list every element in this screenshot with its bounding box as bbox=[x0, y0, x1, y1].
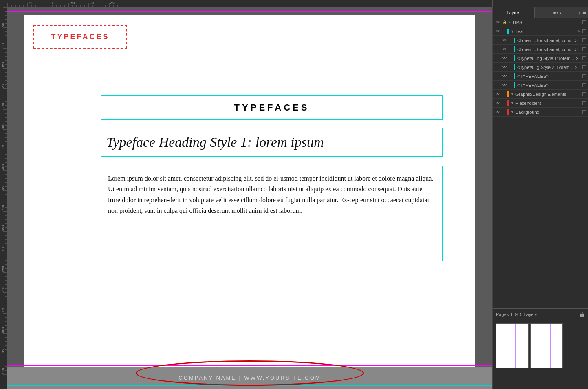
footer-bar: COMPANY NAME | WWW.YOURSITE.COM bbox=[7, 367, 492, 389]
layer-checkbox-text3[interactable] bbox=[582, 56, 586, 60]
layer-checkbox-background[interactable] bbox=[582, 110, 586, 114]
typefaces-title-text: TYPEFACES bbox=[51, 33, 109, 41]
layer-color-bar-text5 bbox=[514, 73, 515, 79]
magenta-guide-top bbox=[7, 11, 492, 12]
layer-item-text3[interactable]: 👁<Typefa...ng Style 1: lorem ...> bbox=[493, 54, 588, 63]
thumbnail-strip bbox=[493, 320, 588, 389]
layer-item-text[interactable]: 👁▼Text✎ bbox=[493, 27, 588, 36]
tab-links[interactable]: Links bbox=[535, 7, 577, 18]
layer-color-bar-placeholders bbox=[507, 100, 509, 106]
layer-color-bar-text6 bbox=[514, 82, 515, 88]
layer-eye-graphic[interactable]: 👁 bbox=[494, 91, 502, 98]
layer-item-text2[interactable]: 👁<Lorem ...lor sit amet, cons...> bbox=[493, 45, 588, 54]
layer-chevron-tips: ▼ bbox=[507, 20, 511, 24]
typefaces-section-heading-box: TYPEFACES bbox=[101, 95, 443, 120]
layer-label-text4: <Typefa...g Style 2: Lorem ...> bbox=[517, 65, 581, 70]
layer-label-text5: <TYPEFACES> bbox=[517, 74, 581, 79]
layer-color-bar-graphic bbox=[507, 91, 509, 97]
layer-checkbox-text5[interactable] bbox=[582, 74, 586, 78]
heading-style-text: Typeface Heading Style 1: lorem ipsum bbox=[106, 135, 324, 150]
layer-item-text4[interactable]: 👁<Typefa...g Style 2: Lorem ...> bbox=[493, 63, 588, 72]
layer-color-bar-text2 bbox=[514, 46, 515, 52]
layer-item-text1[interactable]: 👁<Lorem ...lor sit amet, cons...> bbox=[493, 36, 588, 45]
lorem-ipsum-box: Lorem ipsum dolor sit amet, consectetur … bbox=[101, 166, 443, 261]
typefaces-title-box: TYPEFACES bbox=[33, 25, 127, 49]
lorem-ipsum-text: Lorem ipsum dolor sit amet, consectetur … bbox=[108, 173, 436, 217]
layer-label-text1: <Lorem ...lor sit amet, cons...> bbox=[517, 38, 581, 43]
canvas-page: TYPEFACES TYPEFACES Typeface Heading Sty… bbox=[24, 15, 475, 367]
pages-info-text: Pages: 8-9, 5 Layers bbox=[496, 312, 537, 317]
layer-eye-text1[interactable]: 👁 bbox=[501, 37, 508, 44]
layer-lock-tips[interactable]: 🔒 bbox=[502, 20, 507, 25]
layer-item-text5[interactable]: 👁<TYPEFACES> bbox=[493, 72, 588, 81]
layer-eye-text6[interactable]: 👁 bbox=[501, 82, 508, 89]
layer-edit-icon-text[interactable]: ✎ bbox=[577, 29, 581, 33]
magenta-guide-bottom bbox=[7, 365, 492, 366]
layer-item-placeholders[interactable]: 👁▼Placeholders bbox=[493, 99, 588, 108]
thumbnail-2[interactable] bbox=[530, 323, 563, 368]
layer-label-graphic: Graphic/Design Elements bbox=[515, 92, 581, 97]
delete-page-icon[interactable]: 🗑 bbox=[579, 311, 585, 318]
footer-company-text: COMPANY NAME | WWW.YOURSITE.COM bbox=[178, 375, 321, 381]
layer-color-bar-text3 bbox=[514, 55, 515, 61]
footer-guide-cyan-top bbox=[7, 370, 492, 370]
footer-guide-cyan-bottom bbox=[7, 385, 492, 386]
layer-item-tips[interactable]: 👁🔒▼TIPS bbox=[493, 18, 588, 27]
layer-item-background[interactable]: 👁▼Background bbox=[493, 108, 588, 117]
layer-checkbox-tips[interactable] bbox=[582, 20, 586, 24]
layer-eye-placeholders[interactable]: 👁 bbox=[494, 99, 502, 107]
layer-eye-text5[interactable]: 👁 bbox=[501, 73, 508, 80]
layer-label-text: Text bbox=[515, 29, 577, 34]
layer-chevron-graphic: ▼ bbox=[511, 92, 514, 96]
heading-style-box: Typeface Heading Style 1: lorem ipsum bbox=[101, 128, 443, 157]
layer-eye-text3[interactable]: 👁 bbox=[501, 55, 508, 62]
panel-expand-icon[interactable]: ↕ bbox=[579, 10, 581, 15]
layer-eye-tips[interactable]: 👁 bbox=[494, 19, 502, 26]
layer-color-bar-text4 bbox=[514, 64, 515, 70]
layer-chevron-background: ▼ bbox=[511, 110, 514, 114]
panel-menu-icon[interactable]: ☰ bbox=[582, 10, 586, 15]
layer-label-text2: <Lorem ...lor sit amet, cons...> bbox=[517, 47, 581, 52]
tab-layers[interactable]: Layers bbox=[493, 7, 535, 18]
layer-label-text6: <TYPEFACES> bbox=[517, 83, 581, 88]
panel-bottom-bar: Pages: 8-9, 5 Layers ▭ 🗑 bbox=[493, 308, 588, 320]
layer-item-text6[interactable]: 👁<TYPEFACES> bbox=[493, 81, 588, 90]
layer-eye-background[interactable]: 👁 bbox=[494, 108, 502, 116]
typefaces-section-heading: TYPEFACES bbox=[234, 102, 310, 113]
panel-tabs: Layers Links ↕ ☰ bbox=[493, 7, 588, 18]
layer-color-bar-text bbox=[507, 29, 509, 34]
new-page-icon[interactable]: ▭ bbox=[570, 311, 576, 318]
layer-checkbox-text6[interactable] bbox=[582, 83, 586, 87]
layer-label-placeholders: Placeholders bbox=[515, 101, 581, 106]
layer-checkbox-text1[interactable] bbox=[582, 38, 586, 42]
layer-chevron-text: ▼ bbox=[511, 29, 514, 33]
layer-eye-text[interactable]: 👁 bbox=[494, 28, 502, 35]
layer-color-bar-background bbox=[507, 109, 509, 115]
layer-eye-text4[interactable]: 👁 bbox=[501, 64, 508, 71]
layer-label-tips: TIPS bbox=[512, 20, 581, 25]
layer-chevron-placeholders: ▼ bbox=[511, 101, 514, 105]
layer-label-text3: <Typefa...ng Style 1: lorem ...> bbox=[517, 56, 581, 61]
layer-eye-text2[interactable]: 👁 bbox=[501, 46, 508, 53]
right-panel: Layers Links ↕ ☰ 👁🔒▼TIPS👁▼Text✎👁<Lorem .… bbox=[492, 7, 588, 389]
canvas-area: TYPEFACES TYPEFACES Typeface Heading Sty… bbox=[7, 7, 492, 389]
layer-checkbox-text[interactable] bbox=[582, 29, 586, 33]
layer-checkbox-text2[interactable] bbox=[582, 47, 586, 51]
layer-checkbox-placeholders[interactable] bbox=[582, 101, 586, 105]
thumbnail-1[interactable] bbox=[496, 323, 529, 368]
layer-checkbox-text4[interactable] bbox=[582, 65, 586, 69]
layer-item-graphic[interactable]: 👁▼Graphic/Design Elements bbox=[493, 90, 588, 99]
layers-panel: 👁🔒▼TIPS👁▼Text✎👁<Lorem ...lor sit amet, c… bbox=[493, 18, 588, 308]
layer-checkbox-graphic[interactable] bbox=[582, 92, 586, 96]
layer-color-bar-text1 bbox=[514, 38, 515, 43]
layer-label-background: Background bbox=[515, 110, 581, 115]
